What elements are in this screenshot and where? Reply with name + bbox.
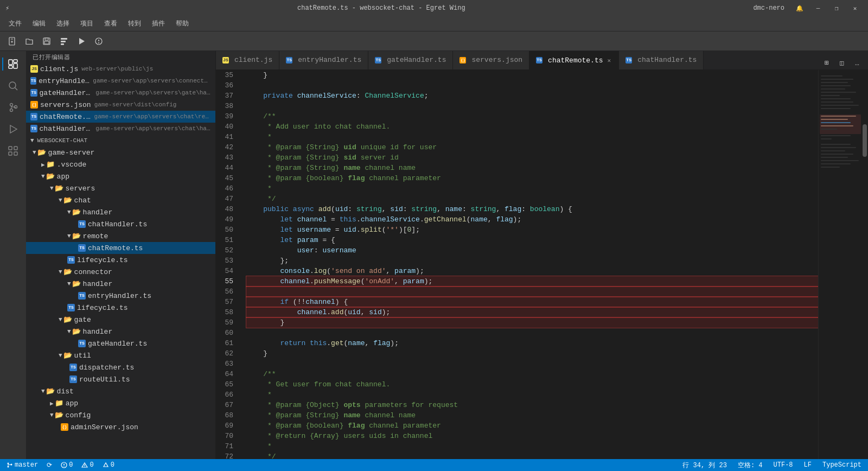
encoding-item[interactable]: UTF-8 xyxy=(771,461,795,469)
sidebar-item-dist[interactable]: 📂 dist xyxy=(26,385,215,397)
file-label: adminServer.json xyxy=(71,423,138,431)
scrollbar-thumb[interactable] xyxy=(863,124,867,157)
project-chevron xyxy=(30,137,34,144)
notification-icon[interactable]: 🔔 xyxy=(792,3,807,14)
sidebar-item-route-util[interactable]: TS routeUtil.ts xyxy=(26,373,215,385)
folder-label: app xyxy=(57,173,69,181)
split-editor-button[interactable]: ⊞ xyxy=(820,56,833,69)
search-icon[interactable] xyxy=(2,75,24,97)
code-content[interactable]: } private channelService: ChannelService… xyxy=(244,70,818,459)
tab-client-js[interactable]: JS client.js xyxy=(216,51,279,69)
sidebar-item-gate[interactable]: 📂 gate xyxy=(26,314,215,326)
sidebar-item-remote[interactable]: 📂 remote xyxy=(26,230,215,242)
line-ending-item[interactable]: LF xyxy=(802,461,814,469)
build-button[interactable] xyxy=(56,34,72,48)
menu-plugin[interactable]: 插件 xyxy=(148,18,169,29)
open-file-chat-handler[interactable]: TS chatHandler.ts game-server\app\server… xyxy=(26,123,215,135)
sidebar-item-dispatcher[interactable]: TS dispatcher.ts xyxy=(26,361,215,373)
sidebar-item-connector-handler[interactable]: 📂 handler xyxy=(26,278,215,290)
tab-label: client.js xyxy=(234,56,272,64)
more-actions-button[interactable]: … xyxy=(851,56,864,69)
open-file-servers-json[interactable]: {} servers.json game-server\dist\config xyxy=(26,99,215,111)
svg-rect-35 xyxy=(821,95,840,96)
folder-label: gate xyxy=(74,316,91,324)
sidebar-item-lifecycle-connector[interactable]: TS lifecycle.ts xyxy=(26,302,215,314)
sidebar-item-dist-app[interactable]: 📁 app xyxy=(26,397,215,409)
sidebar-item-servers[interactable]: 📂 servers xyxy=(26,182,215,194)
svg-rect-6 xyxy=(44,41,49,44)
tab-chat-handler[interactable]: TS chatHandler.ts xyxy=(619,51,704,69)
sidebar-item-chat-remote-file[interactable]: TS chatRemote.ts xyxy=(26,242,215,254)
debug-button[interactable] xyxy=(91,34,106,48)
menu-edit[interactable]: 编辑 xyxy=(28,18,50,29)
menu-help[interactable]: 帮助 xyxy=(171,18,193,29)
sidebar-item-entry-handler-file[interactable]: TS entryHandler.ts xyxy=(26,290,215,302)
app-icon: ⚡ xyxy=(5,4,9,12)
tab-servers-json[interactable]: {} servers.json xyxy=(453,51,529,69)
line-num-38: 38 xyxy=(216,101,238,111)
title-text: chatRemote.ts - websocket-chat - Egret W… xyxy=(297,4,465,12)
git-branch-item[interactable]: master xyxy=(4,461,40,469)
alerts-item[interactable]: 0 xyxy=(100,461,117,469)
open-file-entry-handler[interactable]: TS entryHandler.ts game-server\app\serve… xyxy=(26,75,215,87)
language-item[interactable]: TypeScript xyxy=(820,461,864,469)
save-button[interactable] xyxy=(39,34,54,48)
explorer-icon[interactable] xyxy=(2,53,24,75)
errors-item[interactable]: 0 xyxy=(59,461,75,469)
position-item[interactable]: 行 34, 列 23 xyxy=(680,461,729,470)
folder-chevron xyxy=(59,352,62,359)
spaces-item[interactable]: 空格: 4 xyxy=(736,461,765,470)
scrollbar-area[interactable] xyxy=(861,70,868,459)
maximize-button[interactable]: ❐ xyxy=(829,3,844,14)
editor-area: JS client.js TS entryHandler.ts TS gateH… xyxy=(216,51,868,459)
close-button[interactable]: ✕ xyxy=(847,3,863,14)
open-file-gate-handler[interactable]: TS gateHandler.ts game-server\app\server… xyxy=(26,87,215,99)
toggle-sidebar-button[interactable]: ◫ xyxy=(835,56,848,69)
project-section-title[interactable]: WEBSOCKET-CHAT xyxy=(26,135,215,147)
tab-icon: TS xyxy=(286,57,292,63)
git-icon[interactable] xyxy=(2,97,24,118)
sidebar-item-vscode[interactable]: 📁 .vscode xyxy=(26,158,215,170)
menu-select[interactable]: 选择 xyxy=(52,18,74,29)
open-editors-list: JS client.js web-server\public\js TS ent… xyxy=(26,63,215,459)
run-button[interactable] xyxy=(74,34,89,48)
sidebar-item-handler-chat[interactable]: 📂 handler xyxy=(26,206,215,218)
sidebar-item-connector[interactable]: 📂 connector xyxy=(26,266,215,278)
menu-project[interactable]: 项目 xyxy=(76,18,98,29)
tab-label: servers.json xyxy=(471,56,522,64)
ts-file-icon: TS xyxy=(30,125,37,132)
sidebar-item-chat-handler-file[interactable]: TS chatHandler.ts xyxy=(26,218,215,230)
sidebar-item-util[interactable]: 📂 util xyxy=(26,349,215,361)
warnings-item[interactable]: 0 xyxy=(79,461,95,469)
sync-item[interactable]: ⟳ xyxy=(44,461,54,469)
tab-close-button[interactable]: ✕ xyxy=(607,56,612,65)
sidebar-item-gate-handler[interactable]: 📂 handler xyxy=(26,326,215,338)
debug-icon[interactable] xyxy=(2,118,24,140)
menu-view[interactable]: 查看 xyxy=(100,18,122,29)
sidebar-item-game-server[interactable]: 📂 game-server xyxy=(26,147,215,158)
sidebar-item-gate-handler-file[interactable]: TS gateHandler.ts xyxy=(26,338,215,349)
minimize-button[interactable]: — xyxy=(810,3,826,14)
error-icon xyxy=(61,462,67,468)
folder-icon: 📂 xyxy=(63,196,72,205)
sidebar-item-config[interactable]: 📂 config xyxy=(26,409,215,421)
open-file-button[interactable] xyxy=(22,34,37,48)
new-file-button[interactable] xyxy=(4,34,20,48)
tab-gate-handler[interactable]: TS gateHandler.ts xyxy=(368,51,453,69)
sidebar-item-app[interactable]: 📂 app xyxy=(26,170,215,182)
tab-chat-remote[interactable]: TS chatRemote.ts ✕ xyxy=(529,51,619,69)
open-file-chat-remote[interactable]: TS chatRemote.ts game-server\app\servers… xyxy=(26,111,215,123)
tab-entry-handler[interactable]: TS entryHandler.ts xyxy=(279,51,368,69)
svg-rect-16 xyxy=(9,66,12,68)
sidebar-item-admin-server[interactable]: {} adminServer.json xyxy=(26,421,215,433)
open-file-client-js[interactable]: JS client.js web-server\public\js xyxy=(26,63,215,75)
menu-goto[interactable]: 转到 xyxy=(124,18,145,29)
sidebar-item-lifecycle-chat[interactable]: TS lifecycle.ts xyxy=(26,254,215,266)
line-num-70: 70 xyxy=(216,431,238,441)
extensions-icon[interactable] xyxy=(2,140,24,162)
sidebar-item-chat[interactable]: 📂 chat xyxy=(26,194,215,206)
file-label: lifecycle.ts xyxy=(77,304,128,312)
svg-rect-7 xyxy=(61,38,67,40)
menu-file[interactable]: 文件 xyxy=(4,18,26,29)
ts-file-icon: TS xyxy=(67,256,75,264)
